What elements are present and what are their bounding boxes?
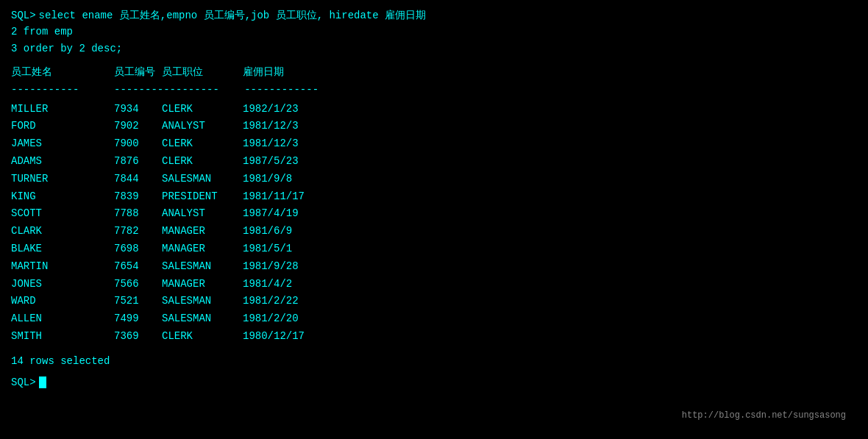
- cursor-blink: [39, 376, 46, 388]
- table-row: SCOTT7788ANALYST1987/4/19: [11, 205, 857, 223]
- cell-name: JONES: [11, 276, 114, 293]
- cell-hiredate: 1981/2/22: [243, 293, 331, 310]
- table-row: SMITH7369CLERK1980/12/17: [11, 328, 857, 346]
- results-table: 员工姓名 员工编号 员工职位 雇佣日期 ----------- --------…: [11, 64, 857, 346]
- column-headers: 员工姓名 员工编号 员工职位 雇佣日期: [11, 64, 857, 82]
- table-row: BLAKE7698MANAGER1981/5/1: [11, 240, 857, 258]
- cell-name: ALLEN: [11, 310, 114, 328]
- sep-empno: --------: [114, 83, 163, 98]
- cell-empno: 7839: [114, 188, 162, 206]
- cell-job: CLERK: [162, 101, 243, 118]
- cell-job: MANAGER: [162, 240, 243, 258]
- rows-selected-text: 14 rows selected: [11, 353, 857, 371]
- sql-query-block: SQL> select ename 员工姓名,empno 员工编号,job 员工…: [11, 7, 857, 57]
- col-header-empno: 员工编号: [114, 64, 162, 82]
- cell-job: MANAGER: [162, 276, 243, 293]
- cell-hiredate: 1981/5/1: [243, 240, 331, 258]
- cell-hiredate: 1981/9/28: [243, 258, 331, 276]
- table-row: JONES7566MANAGER1981/4/2: [11, 276, 857, 293]
- query-text-2: 2 from emp: [11, 24, 73, 40]
- cell-empno: 7934: [114, 101, 162, 118]
- cell-empno: 7566: [114, 276, 162, 293]
- cell-job: ANALYST: [162, 205, 243, 223]
- sql-prompt-1: SQL>: [11, 7, 36, 24]
- cell-hiredate: 1981/4/2: [243, 276, 331, 293]
- cell-empno: 7782: [114, 223, 162, 240]
- table-row: KING7839PRESIDENT1981/11/17: [11, 188, 857, 206]
- cell-hiredate: 1982/1/23: [243, 101, 331, 118]
- query-line-3: 3 order by 2 desc;: [11, 40, 857, 57]
- cell-hiredate: 1981/9/8: [243, 171, 331, 188]
- cell-hiredate: 1981/12/3: [243, 118, 331, 135]
- watermark-text: http://blog.csdn.net/sungsasong: [682, 410, 846, 421]
- final-prompt-label: SQL>: [11, 376, 36, 388]
- data-rows-container: MILLER7934CLERK1982/1/23FORD7902ANALYST1…: [11, 101, 857, 346]
- cell-hiredate: 1981/12/3: [243, 135, 331, 153]
- query-text-3: 3 order by 2 desc;: [11, 40, 122, 57]
- final-sql-prompt[interactable]: SQL>: [11, 376, 857, 388]
- table-row: TURNER7844SALESMAN1981/9/8: [11, 171, 857, 188]
- table-row: ADAMS7876CLERK1987/5/23: [11, 153, 857, 171]
- cell-empno: 7698: [114, 240, 162, 258]
- query-line-2: 2 from emp: [11, 24, 857, 40]
- terminal-window: SQL> select ename 员工姓名,empno 员工编号,job 员工…: [11, 7, 857, 432]
- table-row: WARD7521SALESMAN1981/2/22: [11, 293, 857, 310]
- cell-job: SALESMAN: [162, 258, 243, 276]
- table-row: ALLEN7499SALESMAN1981/2/20: [11, 310, 857, 328]
- cell-name: JAMES: [11, 135, 114, 153]
- cell-empno: 7902: [114, 118, 162, 135]
- cell-hiredate: 1981/6/9: [243, 223, 331, 240]
- table-row: FORD7902ANALYST1981/12/3: [11, 118, 857, 135]
- cell-empno: 7876: [114, 153, 162, 171]
- table-row: MILLER7934CLERK1982/1/23: [11, 101, 857, 118]
- cell-name: KING: [11, 188, 114, 206]
- cell-hiredate: 1981/11/17: [243, 188, 331, 206]
- cell-job: CLERK: [162, 135, 243, 153]
- query-text-1: select ename 员工姓名,empno 员工编号,job 员工职位, h…: [39, 7, 426, 24]
- cell-empno: 7654: [114, 258, 162, 276]
- table-row: MARTIN7654SALESMAN1981/9/28: [11, 258, 857, 276]
- cell-job: SALESMAN: [162, 171, 243, 188]
- query-line-1: SQL> select ename 员工姓名,empno 员工编号,job 员工…: [11, 7, 857, 24]
- cell-hiredate: 1987/4/19: [243, 205, 331, 223]
- cell-name: FORD: [11, 118, 114, 135]
- table-row: JAMES7900CLERK1981/12/3: [11, 135, 857, 153]
- cell-name: SCOTT: [11, 205, 114, 223]
- cell-name: MARTIN: [11, 258, 114, 276]
- cell-job: PRESIDENT: [162, 188, 243, 206]
- cell-empno: 7521: [114, 293, 162, 310]
- col-header-job: 员工职位: [162, 64, 243, 82]
- cell-name: MILLER: [11, 101, 114, 118]
- cell-hiredate: 1980/12/17: [243, 328, 331, 346]
- cell-empno: 7788: [114, 205, 162, 223]
- column-separators: ----------- -------- --------- ---------…: [11, 83, 857, 98]
- cell-job: MANAGER: [162, 223, 243, 240]
- cell-name: BLAKE: [11, 240, 114, 258]
- cell-job: SALESMAN: [162, 293, 243, 310]
- col-header-hiredate: 雇佣日期: [243, 64, 331, 82]
- cell-empno: 7844: [114, 171, 162, 188]
- cell-hiredate: 1987/5/23: [243, 153, 331, 171]
- cell-name: ADAMS: [11, 153, 114, 171]
- sep-job: ---------: [163, 83, 244, 98]
- cell-hiredate: 1981/2/20: [243, 310, 331, 328]
- cell-job: ANALYST: [162, 118, 243, 135]
- sep-name: -----------: [11, 83, 114, 98]
- cell-name: WARD: [11, 293, 114, 310]
- cell-job: SALESMAN: [162, 310, 243, 328]
- cell-name: TURNER: [11, 171, 114, 188]
- table-row: CLARK7782MANAGER1981/6/9: [11, 223, 857, 240]
- cell-empno: 7369: [114, 328, 162, 346]
- cell-empno: 7499: [114, 310, 162, 328]
- cell-job: CLERK: [162, 153, 243, 171]
- cell-name: CLARK: [11, 223, 114, 240]
- col-header-name: 员工姓名: [11, 64, 114, 82]
- cell-empno: 7900: [114, 135, 162, 153]
- sep-hiredate: ------------: [244, 83, 332, 98]
- cell-name: SMITH: [11, 328, 114, 346]
- cell-job: CLERK: [162, 328, 243, 346]
